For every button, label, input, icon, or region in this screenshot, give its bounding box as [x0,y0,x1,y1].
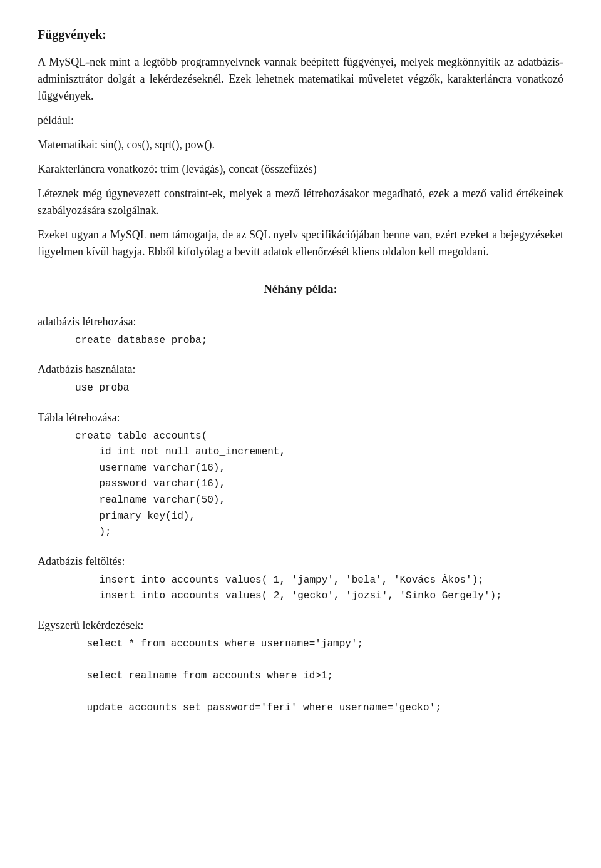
section-label-2: Tábla létrehozása: [38,409,563,426]
section-label-0: adatbázis létrehozása: [38,314,563,330]
page-content: Függvények: A MySQL-nek mint a legtöbb p… [38,25,563,717]
section-adatbazis-feltoltes: Adatbázis feltöltés: insert into account… [38,553,563,605]
code-block-4: select * from accounts where username='j… [63,636,563,717]
section-label-1: Adatbázis használata: [38,361,563,378]
pelda-label: például: [38,112,563,129]
code-block-2: create table accounts( id int not null a… [75,429,563,541]
section-adatbazis-letrehozasa: adatbázis létrehozása: create database p… [38,314,563,349]
karakterlanca-line: Karakterláncra vonatkozó: trim (levágás)… [38,163,317,175]
ezeket-paragraph: Ezeket ugyan a MySQL nem támogatja, de a… [38,227,563,260]
section-egyszeru-lekerdezesek: Egyszerű lekérdezések: select * from acc… [38,617,563,717]
leteznek-paragraph: Léteznek még úgynevezett constraint-ek, … [38,185,563,219]
example-heading: Néhány példa: [38,280,563,299]
pelda-label-text: például: [38,114,74,126]
section-label-3: Adatbázis feltöltés: [38,553,563,570]
code-block-1: use proba [75,380,563,397]
section-tabla-letrehozasa: Tábla létrehozása: create table accounts… [38,409,563,541]
code-block-3: insert into accounts values( 1, 'jampy',… [75,573,563,605]
section-label-4: Egyszerű lekérdezések: [38,617,563,634]
karakterlanca-paragraph: Karakterláncra vonatkozó: trim (levágás)… [38,161,563,178]
page-title: Függvények: [38,25,563,44]
section-adatbazis-hasznalata: Adatbázis használata: use proba [38,361,563,397]
intro-paragraph: A MySQL-nek mint a legtöbb programnyelvn… [38,54,563,105]
code-block-0: create database proba; [75,333,563,349]
matematikai-line: Matematikai: sin(), cos(), sqrt(), pow()… [38,136,563,153]
